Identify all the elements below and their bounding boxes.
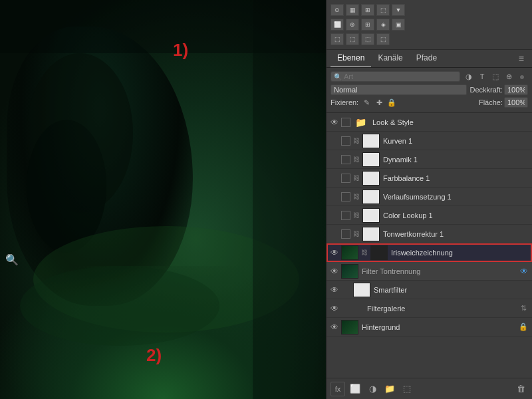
toolbar-icon-7[interactable]: ⊕ [346, 19, 359, 31]
toolbar-icon-8[interactable]: ⊞ [361, 19, 374, 31]
eye-smartfilter[interactable]: 👁 [329, 285, 340, 295]
thumb-hintergrund [341, 320, 358, 334]
thumb-verlaufsumsetzung1 [362, 190, 380, 204]
eye-look-style[interactable]: 👁 [329, 117, 340, 128]
fx-button[interactable]: fx [331, 382, 345, 396]
layer-hintergrund[interactable]: 👁 Hintergrund 🔒 [327, 318, 532, 336]
tab-ebenen[interactable]: Ebenen [331, 50, 371, 67]
thumb-farbbalance1 [362, 171, 380, 186]
eye-filtergalerie[interactable]: 👁 [329, 303, 340, 314]
toolbar-icon-3[interactable]: ⊞ [361, 4, 374, 16]
filter-btn-3[interactable]: ⬚ [489, 70, 501, 82]
add-mask-button[interactable]: ⬜ [348, 382, 362, 396]
fix-icon-lock[interactable]: 🔒 [386, 97, 397, 108]
toolbar-icon-14[interactable]: ⬚ [376, 33, 390, 45]
chain-farbbalance1: ⛓ [352, 174, 361, 183]
new-group-button[interactable]: 📁 [382, 382, 397, 396]
toolbar-icon-13[interactable]: ⬚ [361, 33, 374, 45]
layers-panel: ⊙ ▦ ⊞ ⬚ ▼ ⬜ ⊕ ⊞ ◈ ▣ ⬚ ⬚ ⬚ ⬚ Ebenen Kanäl… [326, 0, 532, 399]
thumb-smartfilter [353, 283, 370, 297]
layer-verlaufsumsetzung1[interactable]: ⛓ Verlaufsumsetzung 1 [327, 188, 532, 206]
layer-filter-tontrennung[interactable]: 👁 Filter Tontrennung 👁 [327, 262, 532, 281]
opacity-input[interactable] [504, 84, 528, 95]
layers-list: 👁 📁 Look & Style ⛓ Kurven 1 ⛓ Dynamik 1 … [327, 113, 532, 378]
eye-irisweich[interactable]: 👁 [329, 247, 340, 258]
fixieren-label: Fixieren: [331, 98, 358, 106]
bottom-toolbar: fx ⬜ ◑ 📁 ⬚ 🗑 [327, 378, 532, 399]
layer-name-farbbalance1: Farbbalance 1 [381, 174, 529, 182]
eye-kurven1[interactable] [329, 136, 340, 146]
fix-icon-move[interactable]: ✚ [374, 97, 384, 108]
eye-filter-tontrennung[interactable]: 👁 [329, 266, 340, 277]
opacity-label: Deckkraft: [469, 86, 503, 94]
layer-name-filter-tontrennung: Filter Tontrennung [360, 267, 517, 275]
layer-colorlookup1[interactable]: ⛓ Color Lookup 1 [327, 206, 532, 225]
svg-point-3 [20, 266, 219, 346]
new-layer-button[interactable]: ⬚ [400, 382, 414, 396]
layer-name-colorlookup1: Color Lookup 1 [381, 211, 529, 219]
layer-smartfilter[interactable]: 👁 Smartfilter [327, 281, 532, 299]
toolbar-icon-5[interactable]: ▼ [392, 4, 405, 16]
toolbar-icon-10[interactable]: ▣ [392, 19, 405, 31]
checkbox-look-style[interactable] [341, 118, 350, 127]
filter-input[interactable] [344, 72, 384, 80]
flaeche-input[interactable] [504, 97, 528, 108]
chain-dynamik1: ⛓ [352, 155, 361, 164]
filter-btn-2[interactable]: T [476, 70, 488, 82]
filter-search[interactable]: 🔍 [331, 71, 460, 82]
delete-button[interactable]: 🗑 [513, 382, 528, 396]
layer-dynamik1[interactable]: ⛓ Dynamik 1 [327, 150, 532, 169]
svg-point-1 [27, 120, 106, 253]
chain-verlaufsumsetzung1: ⛓ [352, 192, 361, 201]
layer-farbbalance1[interactable]: ⛓ Farbbalance 1 [327, 169, 532, 188]
canvas-label-2: 2) [146, 345, 162, 366]
adjustment-button[interactable]: ◑ [365, 382, 380, 396]
toolbar-icon-9[interactable]: ◈ [376, 19, 390, 31]
toolbar-icon-1[interactable]: ⊙ [331, 4, 344, 16]
checkbox-dynamik1[interactable] [341, 155, 350, 164]
filter-toggle[interactable]: ● [516, 70, 528, 82]
toolbar-icon-11[interactable]: ⬚ [331, 33, 344, 45]
layer-name-look-style: Look & Style [370, 118, 529, 126]
toolbar-icon-6[interactable]: ⬜ [331, 19, 344, 31]
toolbar-icon-4[interactable]: ⬚ [376, 4, 390, 16]
layer-look-style[interactable]: 👁 📁 Look & Style [327, 113, 532, 132]
eye-dynamik1[interactable] [329, 154, 340, 165]
tab-kanaele[interactable]: Kanäle [371, 50, 409, 67]
checkbox-verlaufsumsetzung1[interactable] [341, 192, 350, 201]
eye-filter-tontrennung-right[interactable]: 👁 [519, 266, 529, 277]
filtergalerie-settings[interactable]: ⇅ [517, 303, 529, 315]
checkbox-colorlookup1[interactable] [341, 211, 350, 220]
layer-irisweich[interactable]: 👁 ⛓ Irisweichzeichnung [327, 243, 532, 262]
filter-btn-1[interactable]: ◑ [463, 70, 475, 82]
fix-icon-check[interactable]: ✎ [361, 97, 372, 108]
layer-controls: 🔍 ◑ T ⬚ ⊕ ● Normal Deckkraft: Fixieren: [327, 68, 532, 113]
thumb-irisweich-mask [370, 245, 388, 260]
layer-name-filtergalerie: Filtergalerie [365, 305, 516, 313]
layer-kurven1[interactable]: ⛓ Kurven 1 [327, 132, 532, 150]
eye-farbbalance1[interactable] [329, 173, 340, 184]
panel-menu-button[interactable]: ≡ [515, 50, 528, 67]
toolbar-icon-12[interactable]: ⬚ [346, 33, 359, 45]
layer-filtergalerie[interactable]: 👁 Filtergalerie ⇅ [327, 299, 532, 318]
eye-hintergrund[interactable]: 👁 [329, 322, 340, 332]
eye-verlaufsumsetzung1[interactable] [329, 192, 340, 202]
filter-btn-4[interactable]: ⊕ [503, 70, 515, 82]
eye-tonwertkorrektur1[interactable] [329, 229, 340, 239]
flaeche-label: Fläche: [479, 98, 503, 106]
chain-kurven1: ⛓ [352, 136, 361, 146]
eye-colorlookup1[interactable] [329, 210, 340, 221]
tab-pfade[interactable]: Pfade [410, 50, 444, 67]
layer-tonwertkorrektur1[interactable]: ⛓ Tonwertkorrektur 1 [327, 225, 532, 243]
checkbox-kurven1[interactable] [341, 136, 350, 146]
toolbar-icon-2[interactable]: ▦ [346, 4, 359, 16]
blend-mode-select[interactable]: Normal [331, 84, 467, 95]
canvas-label-1: 1) [173, 40, 188, 61]
panel-tabs: Ebenen Kanäle Pfade ≡ [327, 50, 532, 68]
checkbox-tonwertkorrektur1[interactable] [341, 229, 350, 239]
chain-colorlookup1: ⛓ [352, 211, 361, 220]
panel-toolbar: ⊙ ▦ ⊞ ⬚ ▼ ⬜ ⊕ ⊞ ◈ ▣ ⬚ ⬚ ⬚ ⬚ [327, 0, 532, 50]
checkbox-farbbalance1[interactable] [341, 174, 350, 183]
layer-name-dynamik1: Dynamik 1 [381, 156, 529, 164]
thumb-dynamik1 [362, 152, 380, 167]
